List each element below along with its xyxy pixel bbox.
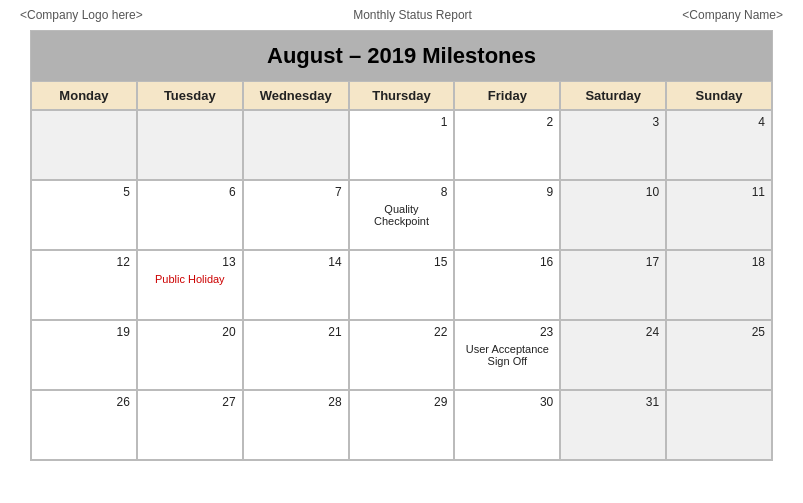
day-cell: 8Quality Checkpoint: [349, 180, 455, 250]
day-number: 15: [356, 255, 448, 269]
day-number: 27: [144, 395, 236, 409]
day-number: 28: [250, 395, 342, 409]
day-number: 19: [38, 325, 130, 339]
day-cell: 12: [31, 250, 137, 320]
day-number: 6: [144, 185, 236, 199]
calendar-body: 12345678Quality Checkpoint910111213Publi…: [31, 110, 772, 460]
day-cell: 10: [560, 180, 666, 250]
day-number: 12: [38, 255, 130, 269]
day-cell: 23User Acceptance Sign Off: [454, 320, 560, 390]
day-cell: [137, 110, 243, 180]
day-cell: 14: [243, 250, 349, 320]
day-cell: 15: [349, 250, 455, 320]
calendar-event: Quality Checkpoint: [356, 203, 448, 227]
day-cell: 5: [31, 180, 137, 250]
day-cell: 7: [243, 180, 349, 250]
day-number: 3: [567, 115, 659, 129]
day-cell: 27: [137, 390, 243, 460]
day-cell: 17: [560, 250, 666, 320]
day-number: 10: [567, 185, 659, 199]
day-number: 8: [356, 185, 448, 199]
calendar-title: August – 2019 Milestones: [31, 31, 772, 81]
calendar-event: Public Holiday: [144, 273, 236, 285]
day-cell: 25: [666, 320, 772, 390]
day-number: 22: [356, 325, 448, 339]
day-cell: 24: [560, 320, 666, 390]
day-number: 31: [567, 395, 659, 409]
day-number: 13: [144, 255, 236, 269]
day-header-sunday: Sunday: [666, 81, 772, 110]
day-cell: [243, 110, 349, 180]
day-number: 1: [356, 115, 448, 129]
day-cell: 9: [454, 180, 560, 250]
day-header-friday: Friday: [454, 81, 560, 110]
day-number: 4: [673, 115, 765, 129]
day-header-thursday: Thursday: [349, 81, 455, 110]
day-cell: 11: [666, 180, 772, 250]
day-number: 23: [461, 325, 553, 339]
day-cell: 21: [243, 320, 349, 390]
day-cell: 3: [560, 110, 666, 180]
day-cell: 29: [349, 390, 455, 460]
company-logo: <Company Logo here>: [20, 8, 143, 22]
day-number: 29: [356, 395, 448, 409]
day-number: 21: [250, 325, 342, 339]
day-number: 7: [250, 185, 342, 199]
day-header-saturday: Saturday: [560, 81, 666, 110]
day-cell: 20: [137, 320, 243, 390]
day-cell: 2: [454, 110, 560, 180]
day-number: 24: [567, 325, 659, 339]
day-header-wednesday: Wednesday: [243, 81, 349, 110]
day-number: 18: [673, 255, 765, 269]
day-number: 16: [461, 255, 553, 269]
day-number: 17: [567, 255, 659, 269]
day-cell: 18: [666, 250, 772, 320]
day-cell: 13Public Holiday: [137, 250, 243, 320]
day-number: 5: [38, 185, 130, 199]
calendar: August – 2019 Milestones MondayTuesdayWe…: [30, 30, 773, 461]
calendar-header: MondayTuesdayWednesdayThursdayFridaySatu…: [31, 81, 772, 110]
day-cell: 30: [454, 390, 560, 460]
company-name: <Company Name>: [682, 8, 783, 22]
day-cell: 22: [349, 320, 455, 390]
day-cell: 28: [243, 390, 349, 460]
day-cell: 4: [666, 110, 772, 180]
day-number: 9: [461, 185, 553, 199]
day-number: 30: [461, 395, 553, 409]
calendar-event: User Acceptance Sign Off: [461, 343, 553, 367]
day-number: 2: [461, 115, 553, 129]
day-number: 25: [673, 325, 765, 339]
day-number: 14: [250, 255, 342, 269]
day-cell: 16: [454, 250, 560, 320]
day-cell: 31: [560, 390, 666, 460]
day-cell: 19: [31, 320, 137, 390]
day-cell: 1: [349, 110, 455, 180]
day-cell: 26: [31, 390, 137, 460]
report-title: Monthly Status Report: [353, 8, 472, 22]
day-number: 26: [38, 395, 130, 409]
day-number: 20: [144, 325, 236, 339]
day-cell: [666, 390, 772, 460]
day-cell: [31, 110, 137, 180]
day-header-tuesday: Tuesday: [137, 81, 243, 110]
day-number: 11: [673, 185, 765, 199]
day-cell: 6: [137, 180, 243, 250]
day-header-monday: Monday: [31, 81, 137, 110]
